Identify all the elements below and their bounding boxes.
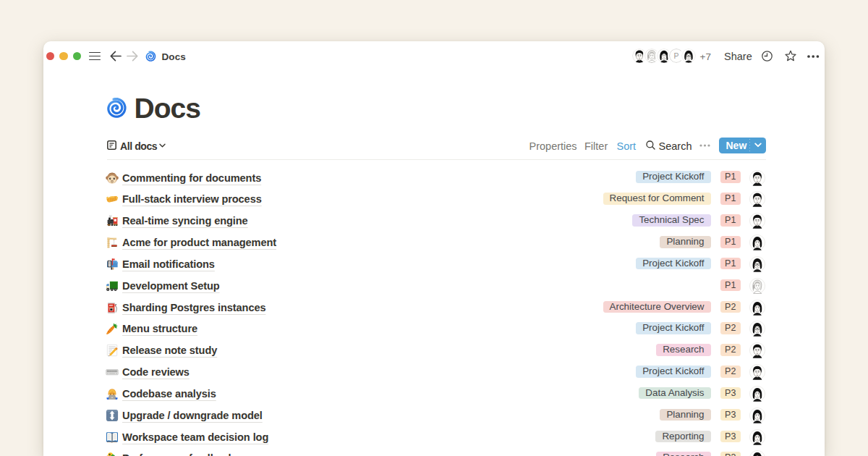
svg-text:P: P — [674, 52, 679, 60]
